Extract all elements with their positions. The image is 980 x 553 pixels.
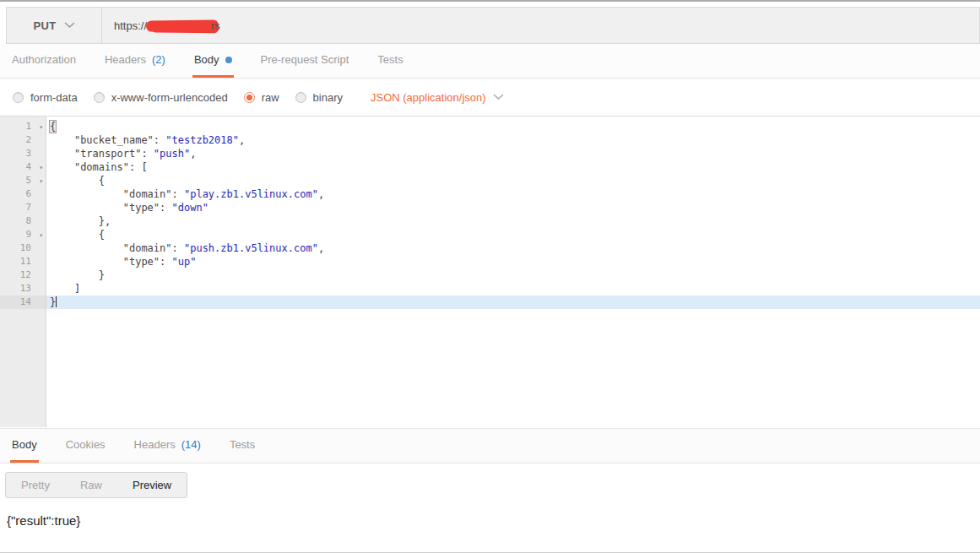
tab-label: Headers bbox=[134, 438, 176, 451]
code-token bbox=[50, 215, 99, 227]
request-body-editor[interactable]: 1▾234▾5▾6789▾1011121314 { "bucket_name":… bbox=[0, 116, 980, 427]
view-mode-preview[interactable]: Preview bbox=[117, 473, 187, 497]
code-line[interactable]: "type": "up" bbox=[46, 255, 980, 268]
gutter-line: 13 bbox=[0, 282, 46, 295]
gutter-line: 4▾ bbox=[0, 160, 46, 174]
code-token: : bbox=[160, 202, 171, 214]
body-mode-binary[interactable]: binary bbox=[295, 91, 343, 104]
code-token bbox=[50, 283, 74, 295]
line-number: 14 bbox=[20, 296, 31, 307]
code-token: "play.zb1.v5linux.com" bbox=[184, 188, 318, 200]
request-tab-headers[interactable]: Headers(2) bbox=[103, 44, 167, 78]
response-tab-cookies[interactable]: Cookies bbox=[64, 429, 107, 463]
line-number: 8 bbox=[25, 215, 31, 226]
line-number: 13 bbox=[20, 283, 31, 294]
line-number: 3 bbox=[25, 148, 31, 159]
request-tab-tests[interactable]: Tests bbox=[376, 44, 404, 78]
code-line[interactable]: }, bbox=[46, 214, 980, 228]
code-line[interactable]: "transport": "push", bbox=[46, 147, 980, 160]
code-token bbox=[50, 202, 123, 214]
body-content-dot-icon bbox=[225, 57, 232, 63]
code-fold-icon[interactable]: ▾ bbox=[39, 161, 43, 175]
gutter-line: 2 bbox=[0, 133, 46, 147]
request-tab-body[interactable]: Body bbox=[192, 44, 234, 78]
tab-label: Authorization bbox=[12, 53, 76, 66]
code-token: }, bbox=[99, 215, 111, 227]
code-token: : bbox=[141, 148, 153, 160]
request-tab-authorization[interactable]: Authorization bbox=[10, 44, 78, 78]
content-type-selector[interactable]: JSON (application/json) bbox=[371, 91, 504, 104]
code-token: "push" bbox=[154, 148, 190, 160]
gutter-line: 5▾ bbox=[0, 174, 46, 187]
view-mode-raw[interactable]: Raw bbox=[65, 473, 117, 497]
tab-count-badge: (2) bbox=[152, 53, 165, 66]
code-token: "bucket_name" bbox=[74, 134, 154, 146]
code-line[interactable]: "domain": "play.zb1.v5linux.com", bbox=[46, 187, 980, 201]
code-line[interactable]: "domain": "push.zb1.v5linux.com", bbox=[46, 241, 980, 255]
radio-icon[interactable] bbox=[94, 92, 105, 103]
code-token bbox=[50, 161, 74, 173]
code-fold-icon[interactable]: ▾ bbox=[39, 121, 43, 134]
tab-label: Cookies bbox=[66, 438, 106, 451]
code-token bbox=[50, 229, 99, 241]
radio-icon[interactable] bbox=[13, 92, 24, 103]
method-selector[interactable]: PUT bbox=[7, 8, 102, 43]
code-line[interactable]: } bbox=[46, 268, 980, 282]
tab-label: Pre-request Script bbox=[261, 53, 349, 66]
gutter-line: 9▾ bbox=[0, 228, 46, 241]
body-mode-form-data[interactable]: form-data bbox=[13, 91, 78, 104]
radio-icon[interactable] bbox=[295, 92, 306, 103]
content-type-label: JSON (application/json) bbox=[371, 91, 486, 104]
line-number: 9 bbox=[25, 229, 31, 240]
chevron-down-icon bbox=[64, 22, 75, 29]
response-tab-tests[interactable]: Tests bbox=[228, 429, 257, 463]
code-token: "domains" bbox=[74, 161, 129, 173]
code-line[interactable]: "bucket_name": "testzb2018", bbox=[46, 133, 980, 147]
code-token bbox=[50, 188, 123, 200]
code-token: "type" bbox=[123, 202, 160, 214]
response-tab-headers[interactable]: Headers(14) bbox=[133, 429, 203, 463]
code-token: "down" bbox=[172, 202, 208, 214]
radio-icon[interactable] bbox=[244, 92, 255, 103]
gutter-line: 8 bbox=[0, 214, 46, 228]
code-line[interactable]: } bbox=[46, 295, 980, 309]
url-input[interactable]: https://rs bbox=[102, 8, 979, 43]
code-token bbox=[50, 175, 99, 187]
code-line[interactable]: { bbox=[46, 228, 980, 241]
editor-code-area[interactable]: { "bucket_name": "testzb2018", "transpor… bbox=[46, 117, 980, 427]
editor-gutter: 1▾234▾5▾6789▾1011121314 bbox=[0, 117, 46, 427]
body-mode-raw[interactable]: raw bbox=[244, 91, 279, 104]
view-mode-pretty[interactable]: Pretty bbox=[6, 473, 65, 497]
code-token: , bbox=[239, 134, 245, 146]
code-fold-icon[interactable]: ▾ bbox=[39, 175, 43, 188]
code-token bbox=[50, 134, 74, 146]
request-tab-pre-request-script[interactable]: Pre-request Script bbox=[259, 44, 351, 78]
code-line[interactable]: "type": "down" bbox=[46, 201, 980, 214]
body-mode-label: raw bbox=[262, 91, 279, 104]
code-line[interactable]: { bbox=[46, 174, 980, 187]
response-tab-body[interactable]: Body bbox=[10, 429, 39, 463]
code-token: } bbox=[50, 296, 56, 308]
body-mode-x-www-form-urlencoded[interactable]: x-www-form-urlencoded bbox=[94, 91, 228, 104]
request-tabs: AuthorizationHeaders(2)BodyPre-request S… bbox=[0, 44, 980, 79]
gutter-line: 3 bbox=[0, 147, 46, 160]
code-token: "up" bbox=[172, 256, 197, 268]
line-number: 2 bbox=[25, 134, 31, 145]
code-token: , bbox=[190, 148, 196, 160]
chevron-down-icon bbox=[493, 94, 504, 100]
postman-window: PUT https://rs AuthorizationHeaders(2)Bo… bbox=[0, 0, 980, 553]
code-line[interactable]: ] bbox=[46, 282, 980, 295]
code-token bbox=[50, 269, 99, 281]
code-token: "transport" bbox=[74, 148, 141, 160]
line-number: 6 bbox=[25, 188, 31, 199]
code-token: : bbox=[172, 188, 184, 200]
code-line[interactable]: "domains": [ bbox=[46, 160, 980, 174]
gutter-line: 1▾ bbox=[0, 120, 46, 133]
code-token bbox=[50, 256, 123, 268]
code-token: "push.zb1.v5linux.com" bbox=[184, 242, 318, 254]
code-fold-icon[interactable]: ▾ bbox=[39, 229, 43, 242]
code-line[interactable]: { bbox=[46, 120, 980, 133]
code-token: : [ bbox=[129, 161, 148, 173]
url-suffix: rs bbox=[211, 19, 220, 32]
code-token bbox=[50, 242, 123, 254]
